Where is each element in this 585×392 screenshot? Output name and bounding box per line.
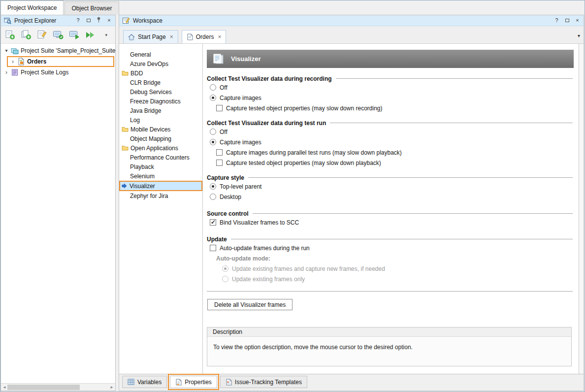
- radio-icon[interactable]: [210, 129, 216, 135]
- options-nav-item-java-bridge[interactable]: Java Bridge: [119, 106, 202, 115]
- options-nav-item-zephyr-for-jira[interactable]: Zephyr for Jira: [119, 191, 202, 200]
- radio-selected-icon[interactable]: [210, 139, 216, 145]
- orders-label: Orders: [27, 58, 46, 65]
- options-nav-item-azure-devops[interactable]: Azure DevOps: [119, 59, 202, 68]
- document-tabs: Start Page × Orders ×: [119, 26, 584, 44]
- pin-button[interactable]: [95, 17, 102, 25]
- radio-desktop[interactable]: Desktop: [210, 192, 574, 202]
- nav-item-label: Java Bridge: [130, 107, 161, 114]
- run-project-suite-button[interactable]: [85, 29, 96, 41]
- options-nav-item-bdd[interactable]: BDD: [119, 68, 202, 78]
- options-nav-item-selenium[interactable]: Selenium: [119, 171, 202, 181]
- section-title-text: Source control: [207, 210, 249, 217]
- run-test-icon: [69, 30, 80, 40]
- nav-item-label: Visualizer: [130, 183, 155, 190]
- expanded-chevron-icon[interactable]: [4, 48, 9, 53]
- radio-label: Update existing frames only: [232, 276, 305, 283]
- radio-selected-icon[interactable]: [210, 183, 216, 190]
- issue-tracking-icon: [226, 379, 232, 386]
- record-test-button[interactable]: [53, 29, 64, 41]
- tab-list-dropdown-icon[interactable]: [578, 32, 580, 39]
- project-suite-label: Project Suite 'Sample_Project_Suite' (1 …: [21, 47, 115, 54]
- checkbox-testrun-capture-properties[interactable]: Capture tested object properties (may sl…: [216, 158, 574, 168]
- options-nav-item-mobile-devices[interactable]: Mobile Devices: [119, 125, 202, 134]
- options-nav-item-object-mapping[interactable]: Object Mapping: [119, 134, 202, 143]
- tab-project-workspace[interactable]: Project Workspace: [0, 0, 64, 15]
- checkbox-testrun-parallel-captures[interactable]: Capture images during parallel test runs…: [216, 147, 574, 158]
- float-button[interactable]: [563, 17, 571, 24]
- checkbox-bind-scc[interactable]: Bind Visualizer frames to SCC: [210, 217, 574, 228]
- close-button[interactable]: ×: [574, 17, 581, 24]
- add-new-project-button[interactable]: [21, 29, 32, 41]
- tree-item-orders[interactable]: Orders: [7, 56, 114, 67]
- options-nav-item-freeze-diagnostics[interactable]: Freeze Diagnostics: [119, 97, 202, 106]
- tab-properties[interactable]: Properties: [170, 376, 217, 388]
- scroll-left-icon[interactable]: [2, 385, 7, 390]
- doc-tab-start-page[interactable]: Start Page ×: [123, 30, 178, 43]
- options-nav-item-log[interactable]: Log: [119, 115, 202, 125]
- separator-line: [207, 291, 573, 292]
- radio-recording-off[interactable]: Off: [210, 82, 574, 93]
- checkbox-auto-update-frames[interactable]: Auto-update frames during the run: [210, 243, 574, 253]
- add-new-item-button[interactable]: [4, 29, 16, 41]
- nav-item-label: Performance Counters: [130, 154, 190, 161]
- tree-item-project-suite-logs[interactable]: Project Suite Logs: [1, 67, 115, 77]
- checkbox-icon[interactable]: [216, 160, 223, 166]
- radio-icon[interactable]: [210, 84, 216, 91]
- doc-tab-orders[interactable]: Orders ×: [182, 30, 227, 43]
- options-nav-item-playback[interactable]: Playback: [119, 162, 202, 171]
- nav-item-label: Open Applications: [130, 145, 178, 152]
- scrollbar-thumb[interactable]: [7, 385, 80, 390]
- options-nav-item-general[interactable]: General: [119, 50, 202, 59]
- section-title-recording: Collect Test Visualizer data during reco…: [207, 75, 574, 82]
- edit-item-button[interactable]: [36, 29, 48, 41]
- checkbox-checked-icon[interactable]: [210, 219, 216, 226]
- scroll-right-icon[interactable]: [109, 385, 114, 390]
- checkbox-icon[interactable]: [216, 149, 223, 156]
- run-test-button[interactable]: [68, 29, 80, 41]
- options-nav-item-visualizer[interactable]: Visualizer: [119, 181, 202, 191]
- checkbox-icon[interactable]: [210, 245, 216, 251]
- nav-item-label: Freeze Diagnostics: [130, 98, 181, 105]
- toolbar-dropdown-button[interactable]: [100, 29, 112, 41]
- collapsed-chevron-icon[interactable]: [4, 70, 9, 75]
- help-button[interactable]: ?: [74, 17, 82, 24]
- project-suite-logs-label: Project Suite Logs: [21, 69, 68, 76]
- visualizer-page-header: Visualizer: [207, 50, 574, 68]
- nav-item-label: CLR Bridge: [130, 79, 161, 86]
- checkbox-icon[interactable]: [216, 105, 223, 111]
- close-tab-icon[interactable]: ×: [170, 33, 173, 40]
- delete-visualizer-frames-button[interactable]: Delete all Visualizer frames: [207, 299, 292, 310]
- radio-top-level-parent[interactable]: Top-level parent: [210, 181, 574, 192]
- radio-disabled-selected-icon: [222, 265, 228, 272]
- tree-item-project-suite[interactable]: Project Suite 'Sample_Project_Suite' (1 …: [1, 46, 115, 56]
- project-explorer-header: Project Explorer ? ×: [1, 15, 115, 26]
- help-button[interactable]: ?: [553, 17, 560, 24]
- radio-recording-capture-images[interactable]: Capture images: [210, 93, 574, 103]
- radio-testrun-capture-images[interactable]: Capture images: [210, 137, 574, 147]
- logs-icon: [11, 68, 19, 76]
- collapsed-chevron-icon[interactable]: [10, 59, 15, 65]
- document-icon: [187, 33, 193, 40]
- radio-icon[interactable]: [210, 194, 216, 200]
- variables-icon: [128, 379, 134, 385]
- close-button[interactable]: ×: [105, 17, 113, 24]
- project-suite-icon: [11, 47, 19, 55]
- float-button[interactable]: [85, 17, 92, 24]
- checkbox-recording-capture-properties[interactable]: Capture tested object properties (may sl…: [216, 103, 574, 113]
- options-nav-item-open-applications[interactable]: Open Applications: [119, 143, 202, 153]
- vertical-scrollbar[interactable]: [579, 44, 584, 374]
- options-nav-item-debug-services[interactable]: Debug Services: [119, 87, 202, 97]
- options-nav-item-clr-bridge[interactable]: CLR Bridge: [119, 78, 202, 87]
- horizontal-scrollbar[interactable]: [1, 383, 115, 391]
- close-tab-icon[interactable]: ×: [218, 33, 221, 40]
- radio-testrun-off[interactable]: Off: [210, 127, 574, 137]
- tab-variables[interactable]: Variables: [122, 376, 167, 388]
- tab-object-browser[interactable]: Object Browser: [65, 1, 119, 15]
- options-nav-item-performance-counters[interactable]: Performance Counters: [119, 153, 202, 162]
- checkbox-label: Capture images during parallel test runs…: [226, 149, 402, 156]
- tab-issue-tracking-templates[interactable]: Issue-Tracking Templates: [220, 376, 307, 388]
- radio-selected-icon[interactable]: [210, 95, 216, 101]
- description-title: Description: [213, 328, 242, 335]
- checkbox-label: Auto-update frames during the run: [220, 245, 310, 252]
